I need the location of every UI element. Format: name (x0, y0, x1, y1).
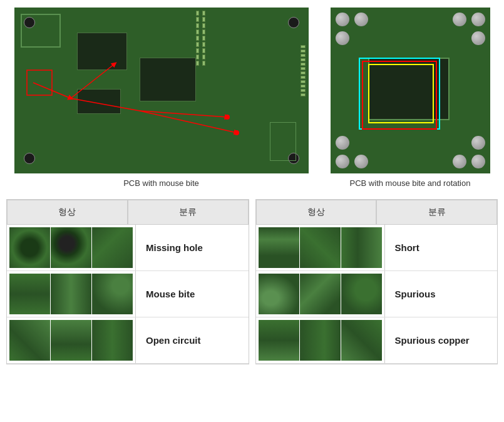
thumb-missing-2 (51, 227, 91, 268)
label-spurious-copper: Spurious copper (385, 317, 498, 363)
annotation-box-yellow (368, 64, 434, 123)
left-pcb-image (14, 8, 309, 173)
left-pcb-caption: PCB with mouse bite (123, 178, 199, 188)
thumb-spurious-3 (341, 274, 382, 314)
right-table-header: 형상 분류 (256, 200, 498, 225)
thumb-mouse-1 (9, 274, 50, 314)
cell-images-spurious (256, 271, 385, 317)
thumb-short-2 (300, 227, 341, 268)
table-row: Mouse bite (7, 271, 249, 317)
label-short: Short (385, 225, 498, 270)
table-row: Short (256, 225, 498, 271)
cell-images-mousebite (7, 271, 136, 317)
left-col1-header: 형상 (7, 200, 128, 225)
thumb-missing-1 (9, 227, 50, 268)
right-pcb-caption: PCB with mouse bite and rotation (350, 178, 471, 188)
thumb-open-3 (92, 320, 133, 361)
thumb-spurcopper-3 (341, 320, 382, 361)
thumb-open-2 (51, 320, 91, 361)
svg-rect-5 (27, 70, 52, 95)
right-pcb-container: PCB with mouse bite and rotation (331, 8, 490, 188)
label-open-circuit: Open circuit (136, 317, 249, 363)
table-row: Missing hole (7, 225, 249, 271)
thumb-mouse-3 (92, 274, 133, 314)
right-pcb-image (331, 8, 490, 173)
label-spurious: Spurious (385, 271, 498, 317)
label-mouse-bite: Mouse bite (136, 271, 249, 317)
thumb-spurious-1 (259, 274, 299, 314)
right-defect-table: 형상 분류 Short Spurious (255, 199, 498, 364)
thumb-missing-3 (92, 227, 133, 268)
right-col2-header: 분류 (376, 200, 497, 225)
thumb-spurcopper-1 (259, 320, 299, 361)
svg-line-4 (71, 64, 115, 98)
left-defect-table: 형상 분류 Missing hole Mouse bite (6, 199, 249, 364)
left-pcb-container: PCB with mouse bite (14, 8, 309, 188)
right-col1-header: 형상 (256, 200, 377, 225)
svg-point-6 (225, 115, 230, 120)
label-missing-hole: Missing hole (136, 225, 249, 270)
svg-line-1 (71, 98, 140, 111)
cell-images-missing (7, 225, 136, 270)
top-section: PCB with mouse bite (0, 0, 504, 194)
thumb-short-1 (259, 227, 299, 268)
table-row: Spurious (256, 271, 498, 317)
table-row: Spurious copper (256, 317, 498, 364)
cell-images-spurious-copper (256, 317, 385, 363)
table-row: Open circuit (7, 317, 249, 364)
thumb-short-3 (341, 227, 382, 268)
left-table-header: 형상 분류 (7, 200, 249, 225)
thumb-spurcopper-2 (300, 320, 341, 361)
tables-section: 형상 분류 Missing hole Mouse bite (0, 194, 504, 369)
thumb-mouse-2 (51, 274, 91, 314)
cell-images-short (256, 225, 385, 270)
left-col2-header: 분류 (128, 200, 249, 225)
thumb-spurious-2 (300, 274, 341, 314)
thumb-open-1 (9, 320, 50, 361)
svg-point-7 (234, 130, 239, 135)
cell-images-opencircuit (7, 317, 136, 363)
